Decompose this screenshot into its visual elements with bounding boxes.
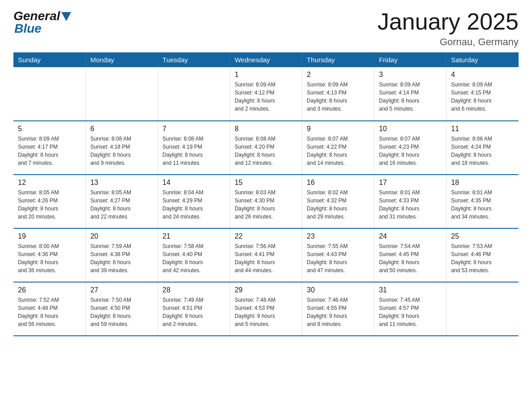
day-info: Sunrise: 8:08 AM Sunset: 4:20 PM Dayligh… <box>235 135 297 167</box>
day-info: Sunrise: 8:05 AM Sunset: 4:27 PM Dayligh… <box>90 188 153 221</box>
day-number: 27 <box>90 286 153 294</box>
day-number: 21 <box>163 232 225 240</box>
day-info: Sunrise: 7:48 AM Sunset: 4:53 PM Dayligh… <box>235 296 297 328</box>
day-number: 9 <box>307 125 369 133</box>
page-header: General Blue January 2025 Gornau, German… <box>13 9 519 48</box>
table-row <box>158 67 230 121</box>
table-row: 3Sunrise: 8:09 AM Sunset: 4:14 PM Daylig… <box>374 67 446 121</box>
table-row: 29Sunrise: 7:48 AM Sunset: 4:53 PM Dayli… <box>230 282 302 336</box>
day-number: 20 <box>90 232 153 240</box>
day-info: Sunrise: 8:09 AM Sunset: 4:13 PM Dayligh… <box>307 81 369 113</box>
table-row: 13Sunrise: 8:05 AM Sunset: 4:27 PM Dayli… <box>86 175 158 228</box>
calendar-title: January 2025 <box>378 9 519 34</box>
day-info: Sunrise: 8:00 AM Sunset: 4:36 PM Dayligh… <box>18 242 81 274</box>
day-number: 5 <box>18 125 81 133</box>
header-sunday: Sunday <box>13 52 86 67</box>
day-info: Sunrise: 8:03 AM Sunset: 4:30 PM Dayligh… <box>235 188 297 221</box>
day-number: 11 <box>451 125 514 133</box>
day-info: Sunrise: 8:07 AM Sunset: 4:23 PM Dayligh… <box>379 135 442 167</box>
table-row: 15Sunrise: 8:03 AM Sunset: 4:30 PM Dayli… <box>230 175 302 228</box>
day-number: 2 <box>307 71 369 79</box>
table-row: 21Sunrise: 7:58 AM Sunset: 4:40 PM Dayli… <box>158 228 230 282</box>
table-row: 10Sunrise: 8:07 AM Sunset: 4:23 PM Dayli… <box>374 121 446 175</box>
table-row: 14Sunrise: 8:04 AM Sunset: 4:29 PM Dayli… <box>158 175 230 228</box>
day-info: Sunrise: 8:09 AM Sunset: 4:15 PM Dayligh… <box>451 81 514 113</box>
table-row: 2Sunrise: 8:09 AM Sunset: 4:13 PM Daylig… <box>302 67 374 121</box>
table-row: 7Sunrise: 8:08 AM Sunset: 4:19 PM Daylig… <box>158 121 230 175</box>
day-info: Sunrise: 8:09 AM Sunset: 4:12 PM Dayligh… <box>235 81 297 113</box>
day-number: 15 <box>235 179 297 187</box>
day-info: Sunrise: 8:02 AM Sunset: 4:32 PM Dayligh… <box>307 188 369 221</box>
day-number: 4 <box>451 71 514 79</box>
table-row: 26Sunrise: 7:52 AM Sunset: 4:48 PM Dayli… <box>13 282 86 336</box>
table-row <box>446 282 519 336</box>
header-saturday: Saturday <box>446 52 519 67</box>
table-row: 19Sunrise: 8:00 AM Sunset: 4:36 PM Dayli… <box>13 228 86 282</box>
day-info: Sunrise: 8:04 AM Sunset: 4:29 PM Dayligh… <box>163 188 225 221</box>
day-number: 28 <box>163 286 225 294</box>
day-info: Sunrise: 8:06 AM Sunset: 4:24 PM Dayligh… <box>451 135 514 167</box>
table-row: 27Sunrise: 7:50 AM Sunset: 4:50 PM Dayli… <box>86 282 158 336</box>
table-row: 11Sunrise: 8:06 AM Sunset: 4:24 PM Dayli… <box>446 121 519 175</box>
day-number: 8 <box>235 125 297 133</box>
table-row: 28Sunrise: 7:49 AM Sunset: 4:51 PM Dayli… <box>158 282 230 336</box>
day-number: 22 <box>235 232 297 240</box>
day-number: 23 <box>307 232 369 240</box>
day-info: Sunrise: 8:05 AM Sunset: 4:26 PM Dayligh… <box>18 188 81 221</box>
day-info: Sunrise: 8:09 AM Sunset: 4:17 PM Dayligh… <box>18 135 81 167</box>
day-number: 10 <box>379 125 442 133</box>
day-number: 30 <box>307 286 369 294</box>
day-number: 18 <box>451 179 514 187</box>
header-tuesday: Tuesday <box>158 52 230 67</box>
day-info: Sunrise: 8:08 AM Sunset: 4:19 PM Dayligh… <box>163 135 225 167</box>
day-info: Sunrise: 7:46 AM Sunset: 4:55 PM Dayligh… <box>307 296 369 328</box>
week-row-5: 26Sunrise: 7:52 AM Sunset: 4:48 PM Dayli… <box>13 282 519 336</box>
calendar-table: Sunday Monday Tuesday Wednesday Thursday… <box>13 52 519 336</box>
header-thursday: Thursday <box>302 52 374 67</box>
table-row: 24Sunrise: 7:54 AM Sunset: 4:45 PM Dayli… <box>374 228 446 282</box>
title-block: January 2025 Gornau, Germany <box>378 9 519 48</box>
day-info: Sunrise: 8:01 AM Sunset: 4:33 PM Dayligh… <box>379 188 442 221</box>
calendar-header: Sunday Monday Tuesday Wednesday Thursday… <box>13 52 519 67</box>
day-number: 19 <box>18 232 81 240</box>
day-info: Sunrise: 7:53 AM Sunset: 4:46 PM Dayligh… <box>451 242 514 274</box>
table-row: 4Sunrise: 8:09 AM Sunset: 4:15 PM Daylig… <box>446 67 519 121</box>
table-row: 6Sunrise: 8:08 AM Sunset: 4:18 PM Daylig… <box>86 121 158 175</box>
week-row-3: 12Sunrise: 8:05 AM Sunset: 4:26 PM Dayli… <box>13 175 519 228</box>
logo: General Blue <box>13 9 71 36</box>
table-row: 22Sunrise: 7:56 AM Sunset: 4:41 PM Dayli… <box>230 228 302 282</box>
day-info: Sunrise: 8:07 AM Sunset: 4:22 PM Dayligh… <box>307 135 369 167</box>
day-number: 29 <box>235 286 297 294</box>
calendar-subtitle: Gornau, Germany <box>378 36 519 48</box>
day-number: 16 <box>307 179 369 187</box>
header-wednesday: Wednesday <box>230 52 302 67</box>
day-info: Sunrise: 7:50 AM Sunset: 4:50 PM Dayligh… <box>90 296 153 328</box>
day-info: Sunrise: 7:59 AM Sunset: 4:38 PM Dayligh… <box>90 242 153 274</box>
day-info: Sunrise: 7:58 AM Sunset: 4:40 PM Dayligh… <box>163 242 225 274</box>
day-info: Sunrise: 7:52 AM Sunset: 4:48 PM Dayligh… <box>18 296 81 328</box>
table-row: 12Sunrise: 8:05 AM Sunset: 4:26 PM Dayli… <box>13 175 86 228</box>
table-row: 5Sunrise: 8:09 AM Sunset: 4:17 PM Daylig… <box>13 121 86 175</box>
day-number: 24 <box>379 232 442 240</box>
table-row: 23Sunrise: 7:55 AM Sunset: 4:43 PM Dayli… <box>302 228 374 282</box>
day-info: Sunrise: 7:54 AM Sunset: 4:45 PM Dayligh… <box>379 242 442 274</box>
day-info: Sunrise: 7:49 AM Sunset: 4:51 PM Dayligh… <box>163 296 225 328</box>
day-number: 3 <box>379 71 442 79</box>
day-number: 12 <box>18 179 81 187</box>
table-row: 25Sunrise: 7:53 AM Sunset: 4:46 PM Dayli… <box>446 228 519 282</box>
day-number: 25 <box>451 232 514 240</box>
week-row-1: 1Sunrise: 8:09 AM Sunset: 4:12 PM Daylig… <box>13 67 519 121</box>
day-number: 26 <box>18 286 81 294</box>
logo-arrow-icon <box>61 12 71 21</box>
day-number: 6 <box>90 125 153 133</box>
table-row <box>13 67 86 121</box>
day-info: Sunrise: 7:55 AM Sunset: 4:43 PM Dayligh… <box>307 242 369 274</box>
day-number: 31 <box>379 286 442 294</box>
day-number: 7 <box>163 125 225 133</box>
table-row: 8Sunrise: 8:08 AM Sunset: 4:20 PM Daylig… <box>230 121 302 175</box>
table-row: 18Sunrise: 8:01 AM Sunset: 4:35 PM Dayli… <box>446 175 519 228</box>
day-info: Sunrise: 8:08 AM Sunset: 4:18 PM Dayligh… <box>90 135 153 167</box>
table-row: 16Sunrise: 8:02 AM Sunset: 4:32 PM Dayli… <box>302 175 374 228</box>
logo-blue-text: Blue <box>14 21 42 35</box>
table-row: 31Sunrise: 7:45 AM Sunset: 4:57 PM Dayli… <box>374 282 446 336</box>
